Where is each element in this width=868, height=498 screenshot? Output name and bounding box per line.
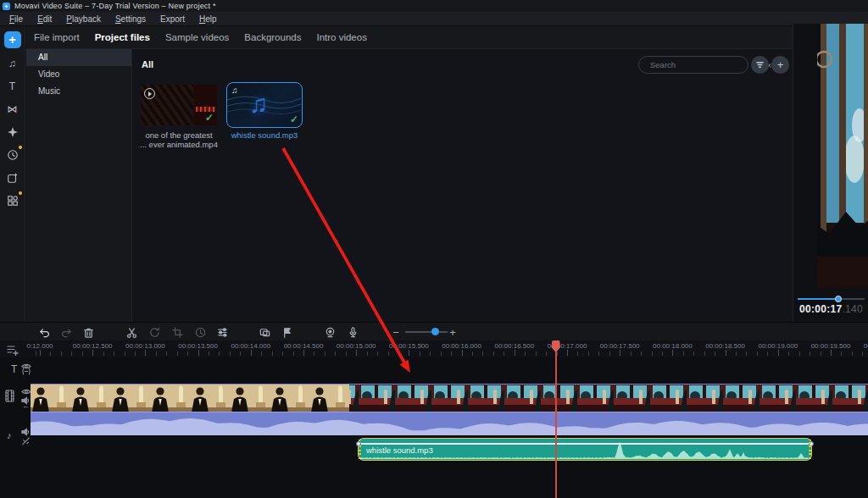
audio-track-sync-icon[interactable] bbox=[21, 434, 31, 449]
marker-button[interactable] bbox=[280, 325, 293, 339]
undo-button[interactable] bbox=[37, 325, 51, 339]
imported-check-icon: ✓ bbox=[205, 112, 214, 124]
add-track-icon[interactable] bbox=[6, 344, 19, 359]
preview-timecode: 00:00:17.140 bbox=[793, 303, 868, 315]
menu-item-export[interactable]: Export bbox=[158, 14, 187, 24]
ruler-ticks bbox=[31, 350, 868, 356]
search-box[interactable]: × bbox=[638, 56, 748, 74]
menu-item-playback[interactable]: Playback bbox=[64, 14, 103, 24]
title-track-link-icon[interactable] bbox=[21, 368, 31, 377]
import-files-button[interactable]: + bbox=[4, 31, 21, 48]
preview-seekbar[interactable] bbox=[798, 296, 865, 302]
audio-item-label: whistle sound.mp3 bbox=[218, 130, 311, 140]
transitions-icon[interactable]: ⋈ bbox=[4, 102, 21, 117]
ruler-label: 00:00:14.500 bbox=[284, 342, 324, 350]
library-sidebar: AllVideoMusic bbox=[26, 49, 131, 322]
tab-backgrounds[interactable]: Backgrounds bbox=[244, 32, 301, 42]
audio-thumbnail[interactable]: ♫ ♫ ✓ bbox=[226, 82, 303, 128]
timeline-zoom-handle[interactable] bbox=[431, 328, 439, 335]
clip-volume-line[interactable] bbox=[359, 443, 811, 445]
overlay-button[interactable] bbox=[258, 325, 271, 339]
scale-motion-icon[interactable] bbox=[4, 147, 21, 163]
ruler-label: 00:00:13.500 bbox=[178, 342, 218, 350]
title-bar: ✦ Movavi Video Suite – 7-Day Trial Versi… bbox=[0, 0, 868, 12]
menu-item-file[interactable]: File bbox=[7, 14, 25, 24]
library-tabs: File importProject filesSample videosBac… bbox=[26, 26, 793, 49]
zoom-in-button[interactable]: + bbox=[446, 325, 459, 339]
color-adjustments-button[interactable] bbox=[215, 325, 229, 339]
movavi-logo-icon: ✦ bbox=[3, 3, 10, 10]
seek-progress bbox=[798, 298, 838, 300]
add-files-button[interactable]: + bbox=[771, 56, 789, 74]
montage-wizard-icon[interactable] bbox=[4, 193, 21, 208]
audio-track-icon: ♪ bbox=[7, 430, 12, 440]
music-note-art: ♫ bbox=[249, 90, 269, 119]
ruler-label: 00:00:17.500 bbox=[600, 342, 640, 350]
redo-button[interactable] bbox=[59, 325, 73, 339]
volume-handle[interactable] bbox=[356, 441, 361, 446]
video-clip-waveform bbox=[31, 412, 868, 435]
crop-button[interactable] bbox=[170, 325, 184, 339]
menu-item-settings[interactable]: Settings bbox=[113, 14, 148, 24]
search-input[interactable] bbox=[650, 60, 762, 69]
seek-handle[interactable] bbox=[835, 296, 842, 302]
ruler-label: 00:00:16.500 bbox=[494, 342, 534, 350]
sidebar-item-music[interactable]: Music bbox=[26, 83, 131, 100]
titles-icon[interactable]: T bbox=[4, 79, 21, 94]
notification-dot bbox=[19, 146, 22, 149]
ruler-label: 00:00:18.500 bbox=[705, 342, 745, 350]
timeline-zoom-slider[interactable] bbox=[405, 331, 448, 333]
sidebar-item-video[interactable]: Video bbox=[26, 66, 131, 83]
video-track-icon bbox=[5, 390, 14, 406]
cut-button[interactable] bbox=[125, 325, 138, 339]
ruler-label: 00:00:13.000 bbox=[125, 342, 165, 350]
sort-filter-button[interactable] bbox=[751, 56, 769, 74]
video-thumbnail[interactable]: ✓ bbox=[141, 85, 217, 125]
ruler-label: 00:00:12.500 bbox=[73, 342, 113, 350]
more-tools-icon[interactable] bbox=[4, 170, 21, 185]
tab-intro-videos[interactable]: Intro videos bbox=[316, 32, 366, 42]
ruler-label: 00:00:15.500 bbox=[389, 342, 429, 350]
ruler-label: 00:00:18.000 bbox=[653, 342, 693, 350]
ruler-label: 00:00:19.500 bbox=[811, 342, 851, 350]
ruler-label: 00:00:20.000 bbox=[864, 342, 868, 350]
movavi-video-suite-window: ✦ Movavi Video Suite – 7-Day Trial Versi… bbox=[0, 0, 868, 498]
timeline-toolbar: − + bbox=[0, 322, 868, 340]
music-icon[interactable]: ♫ bbox=[4, 56, 21, 71]
volume-handle[interactable] bbox=[809, 441, 814, 446]
rotate-button[interactable] bbox=[147, 325, 161, 339]
content-heading: All bbox=[142, 59, 153, 69]
timeline-tracks: T ← ♪ bbox=[0, 357, 868, 498]
sidebar-item-all[interactable]: All bbox=[26, 49, 131, 66]
timeline-ruler[interactable]: 0:12.00000:00:12.50000:00:13.00000:00:13… bbox=[0, 340, 868, 357]
window-title: Movavi Video Suite – 7-Day Trial Version… bbox=[14, 2, 216, 10]
imported-check-icon: ✓ bbox=[290, 113, 298, 125]
clip-properties-button[interactable] bbox=[193, 325, 207, 339]
ruler-label: 00:00:14.000 bbox=[231, 342, 270, 350]
record-voiceover-button[interactable] bbox=[346, 325, 359, 339]
ruler-label: 00:00:16.000 bbox=[442, 342, 481, 350]
ruler-label: 0:12.000 bbox=[26, 342, 53, 350]
library-content: All × + ✓ one of the greatest ... ever a… bbox=[131, 49, 793, 322]
tab-project-files[interactable]: Project files bbox=[95, 32, 150, 42]
video-track-link-arrow-icon[interactable]: ← bbox=[22, 401, 30, 410]
menu-bar: FileEditPlaybackSettingsExportHelp bbox=[0, 12, 868, 26]
webcam-capture-button[interactable] bbox=[323, 325, 337, 339]
filters-icon[interactable] bbox=[4, 125, 21, 140]
ruler-label: 00:00:19.000 bbox=[758, 342, 798, 350]
tab-sample-videos[interactable]: Sample videos bbox=[165, 32, 229, 42]
video-clip-thumbnails bbox=[31, 384, 868, 412]
audio-clip-label: whistle sound.mp3 bbox=[366, 445, 433, 455]
menu-item-edit[interactable]: Edit bbox=[35, 14, 54, 24]
ruler-label: 00:00:15.000 bbox=[337, 342, 376, 350]
left-toolbar: + ♫ T ⋈ bbox=[0, 26, 25, 322]
music-note-icon: ♫ bbox=[231, 86, 238, 95]
delete-button[interactable] bbox=[81, 325, 95, 339]
title-track-icon: T bbox=[11, 363, 17, 375]
timeline-audio-clip[interactable]: whistle sound.mp3 bbox=[358, 438, 812, 461]
zoom-out-button[interactable]: − bbox=[389, 325, 403, 339]
preview-panel: 00:00:17.140 bbox=[793, 24, 868, 322]
playhead-line[interactable] bbox=[555, 340, 557, 498]
menu-item-help[interactable]: Help bbox=[197, 14, 220, 24]
tab-file-import[interactable]: File import bbox=[34, 32, 80, 42]
